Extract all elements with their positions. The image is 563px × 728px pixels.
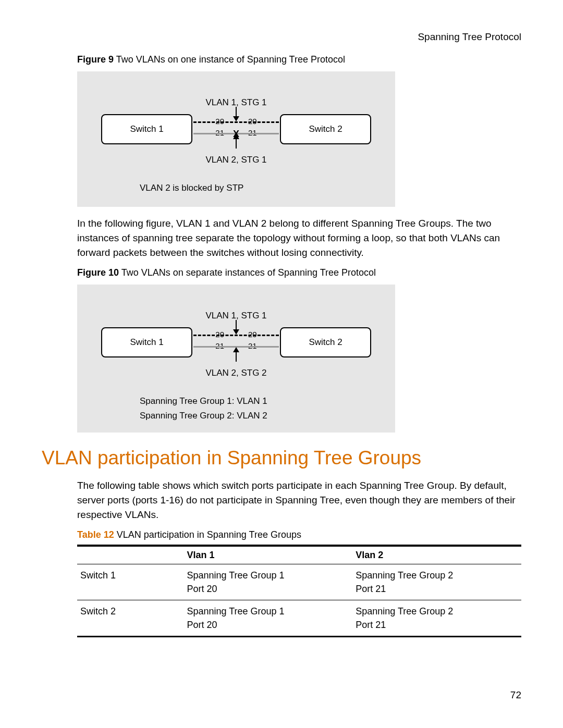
table-row: Switch 2 Spanning Tree Group 1 Port 20 S… [77,600,521,637]
table-12-label: Table 12 [77,529,114,540]
table-header-vlan1: Vlan 1 [183,546,352,564]
switch-1-box: Switch 1 [101,327,192,357]
vlan-participation-table: Vlan 1 Vlan 2 Switch 1 Spanning Tree Gro… [77,545,521,637]
table-header-vlan2: Vlan 2 [352,546,521,564]
figure-10-top-label: VLAN 1, STG 1 [205,311,266,321]
switch-1-box: Switch 1 [101,114,192,144]
figure-9-text: Two VLANs on one instance of Spanning Tr… [116,54,345,65]
table-cell-vlan1: Spanning Tree Group 1 Port 20 [183,600,352,637]
figure-9-caption: Figure 9 Two VLANs on one instance of Sp… [77,54,521,65]
figure-10-label: Figure 10 [77,267,119,278]
table-header-empty [77,546,183,564]
figure-10-text: Two VLANs on separate instances of Spann… [121,267,376,278]
figure-10-bottom-label: VLAN 2, STG 2 [205,368,266,378]
table-12-text: VLAN participation in Spanning Tree Grou… [117,529,301,540]
table-cell-switch: Switch 2 [77,600,183,637]
paragraph-2: The following table shows which switch p… [77,478,521,522]
page-number: 72 [510,689,521,701]
figure-10-diagram: VLAN 1, STG 1 Switch 1 Switch 2 20 21 20… [77,285,395,433]
arrow-up-icon [232,347,240,362]
paragraph-1: In the following figure, VLAN 1 and VLAN… [77,216,521,260]
figure-9-links: X [193,118,279,141]
dashed-link-icon [193,121,279,123]
arrow-down-icon [232,320,240,335]
figure-10-caption: Figure 10 Two VLANs on separate instance… [77,267,521,278]
page-header-title: Spanning Tree Protocol [42,31,521,43]
figure-9-label: Figure 9 [77,54,114,65]
arrow-down-icon [232,107,240,121]
section-heading: VLAN participation in Spanning Tree Grou… [42,447,521,469]
svg-marker-5 [233,329,239,335]
svg-marker-1 [233,116,239,121]
dashed-link-icon [193,335,279,336]
figure-9-footnote: VLAN 2 is blocked by STP [77,181,395,195]
table-cell-switch: Switch 1 [77,564,183,600]
table-12-caption: Table 12 VLAN participation in Spanning … [77,529,521,540]
figure-9-bottom-label: VLAN 2, STG 1 [205,155,266,165]
table-row: Switch 1 Spanning Tree Group 1 Port 20 S… [77,564,521,600]
figure-10-footnote-1: Spanning Tree Group 1: VLAN 1 [140,394,395,409]
figure-10-footnote-2: Spanning Tree Group 2: VLAN 2 [140,409,395,423]
table-cell-vlan1: Spanning Tree Group 1 Port 20 [183,564,352,600]
figure-10-links [193,331,279,354]
switch-2-box: Switch 2 [280,327,371,357]
table-header-row: Vlan 1 Vlan 2 [77,546,521,564]
table-cell-vlan2: Spanning Tree Group 2 Port 21 [352,600,521,637]
figure-9-top-label: VLAN 1, STG 1 [205,97,266,108]
switch-2-box: Switch 2 [280,114,371,144]
blocked-x-icon: X [233,129,239,140]
figure-9-diagram: VLAN 1, STG 1 Switch 1 Switch 2 20 21 20… [77,71,395,207]
table-cell-vlan2: Spanning Tree Group 2 Port 21 [352,564,521,600]
